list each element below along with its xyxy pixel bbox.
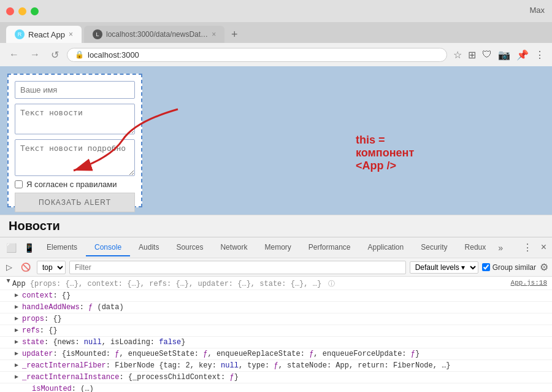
pin-icon[interactable]: 📌: [515, 48, 530, 62]
expand-icon-context[interactable]: ▶: [15, 291, 22, 299]
tab-redux[interactable]: Redux: [456, 239, 495, 256]
console-text-props: props: {}: [22, 315, 62, 323]
window-user: Max: [529, 6, 545, 15]
devtools-levels: Default levels ▾: [410, 261, 478, 274]
console-line-context[interactable]: ▶ context: {}: [0, 290, 552, 302]
devtools-clear-button[interactable]: 🚫: [18, 261, 33, 273]
console-text-reactInstance: _reactInternalInstance: {_processChildCo…: [22, 373, 239, 382]
tab-audits[interactable]: Audits: [130, 239, 167, 256]
tab-react-app[interactable]: R React App ×: [6, 26, 82, 43]
tab-favicon-react: R: [15, 29, 25, 39]
expand-icon-props[interactable]: ▶: [15, 315, 22, 322]
tab-performance[interactable]: Performance: [300, 239, 359, 256]
address-bar: ← → ↺ 🔒 localhost:3000 ☆ ⊞ 🛡 📷 📌 ⋮: [0, 43, 552, 66]
devtools-context-select[interactable]: top: [37, 261, 66, 274]
title-bar: Max: [0, 0, 552, 22]
tab-sources[interactable]: Sources: [167, 239, 212, 256]
console-text-state: state: {news: null, isLoading: false}: [22, 338, 185, 347]
name-input[interactable]: [15, 81, 135, 99]
console-line-isMounted[interactable]: isMounted: (…): [0, 383, 552, 392]
devtools-inspect-icon[interactable]: ⬜: [2, 242, 20, 254]
devtools-filter-input[interactable]: [69, 261, 406, 274]
tab-security[interactable]: Security: [412, 239, 456, 256]
menu-icon[interactable]: ⋮: [534, 48, 546, 62]
tab-close-localhost[interactable]: ×: [212, 30, 216, 39]
devtools-gear-icon[interactable]: ⚙: [540, 261, 548, 273]
tabs-bar: R React App × L localhost:3000/data/news…: [0, 22, 552, 43]
app-js-link-18[interactable]: App.js:18: [511, 279, 547, 286]
console-line-props[interactable]: ▶ props: {}: [0, 313, 552, 325]
devtools-device-icon[interactable]: 📱: [20, 242, 38, 254]
maximize-window-button[interactable]: [31, 7, 39, 15]
new-tab-button[interactable]: +: [224, 26, 244, 43]
tab-elements[interactable]: Elements: [38, 239, 86, 256]
reload-button[interactable]: ↺: [48, 48, 62, 62]
devtools-more-tabs[interactable]: »: [494, 240, 507, 255]
devtools-toolbar: ▷ 🚫 top Default levels ▾ Group similar ⚙: [0, 258, 552, 277]
lock-icon: 🔒: [75, 50, 84, 59]
expand-icon-reactInstance[interactable]: ▶: [15, 373, 22, 380]
capture-icon[interactable]: 📷: [497, 48, 512, 62]
console-line-reactFiber[interactable]: ▶ _reactInternalFiber: FiberNode {tag: 2…: [0, 360, 552, 372]
forward-button[interactable]: →: [27, 48, 43, 61]
expand-icon-refs[interactable]: ▶: [15, 326, 22, 334]
console-text-app: App {props: {…}, context: {…}, refs: {…}…: [12, 279, 335, 288]
tab-title-react: React App: [28, 30, 65, 39]
expand-icon-state[interactable]: ▶: [15, 338, 22, 345]
agree-label: Я согласен с правилами: [26, 180, 117, 189]
tab-network[interactable]: Network: [212, 239, 256, 256]
console-text-context: context: {}: [22, 291, 71, 300]
console-line-handleAddNews[interactable]: ▶ handleAddNews: ƒ (data): [0, 302, 552, 313]
group-similar-checkbox[interactable]: [482, 263, 490, 271]
console-content: ▶ App {props: {…}, context: {…}, refs: {…: [0, 277, 552, 392]
console-text-updater: updater: {isMounted: ƒ, enqueueSetState:…: [22, 350, 420, 358]
group-similar-row: Group similar: [482, 263, 536, 272]
tab-console[interactable]: Console: [86, 239, 130, 256]
console-line-state[interactable]: ▶ state: {news: null, isLoading: false}: [0, 337, 552, 348]
console-line-refs[interactable]: ▶ refs: {}: [0, 325, 552, 337]
console-text-handleAddNews: handleAddNews: ƒ (data): [22, 303, 124, 312]
devtools-actions: ⋮ ×: [519, 240, 550, 255]
agree-checkbox[interactable]: [15, 180, 23, 188]
expand-icon-updater[interactable]: ▶: [15, 350, 22, 357]
devtools-close-action[interactable]: ×: [538, 240, 550, 255]
show-alert-button[interactable]: ПОКАЗАТЬ ALERT: [15, 193, 135, 212]
bookmark-icon[interactable]: ☆: [452, 48, 463, 62]
address-field[interactable]: 🔒 localhost:3000: [67, 48, 447, 62]
annotation-arrow: [12, 103, 184, 177]
devtools-sidebar-button[interactable]: ▷: [4, 261, 15, 273]
tab-close-react[interactable]: ×: [69, 30, 73, 39]
extensions-icon[interactable]: ⊞: [467, 48, 477, 62]
console-line-updater[interactable]: ▶ updater: {isMounted: ƒ, enqueueSetStat…: [0, 348, 552, 360]
back-button[interactable]: ←: [6, 48, 22, 61]
page-content: Я согласен с правилами ПОКАЗАТЬ ALERT th…: [0, 66, 552, 215]
tab-localhost[interactable]: L localhost:3000/data/newsDat… ×: [84, 26, 224, 43]
console-text-refs: refs: {}: [22, 326, 58, 335]
tab-favicon-localhost: L: [93, 29, 102, 39]
browser-chrome: Max R React App × L localhost:3000/data/…: [0, 0, 552, 66]
console-line-app[interactable]: ▶ App {props: {…}, context: {…}, refs: {…: [0, 278, 552, 290]
minimize-window-button[interactable]: [18, 7, 26, 15]
devtools-panel: ⬜ 📱 Elements Console Audits Sources Netw…: [0, 237, 552, 392]
expand-icon-app[interactable]: ▶: [5, 279, 12, 286]
tab-title-localhost: localhost:3000/data/newsDat…: [106, 30, 208, 39]
shield-icon[interactable]: 🛡: [481, 48, 493, 61]
traffic-lights: [6, 7, 39, 15]
devtools-tabs: ⬜ 📱 Elements Console Audits Sources Netw…: [0, 237, 552, 258]
expand-icon-handleAddNews[interactable]: ▶: [15, 303, 22, 310]
console-text-isMounted: isMounted: (…): [32, 385, 94, 392]
checkbox-row: Я согласен с правилами: [15, 180, 135, 189]
expand-icon-reactFiber[interactable]: ▶: [15, 361, 22, 369]
devtools-settings-action[interactable]: ⋮: [519, 240, 535, 255]
close-window-button[interactable]: [6, 7, 14, 15]
group-similar-label: Group similar: [493, 263, 536, 272]
news-section: Новости: [0, 215, 552, 237]
browser-toolbar-icons: ☆ ⊞ 🛡 📷 📌 ⋮: [452, 48, 546, 62]
url-text: localhost:3000: [88, 50, 439, 60]
news-title: Новости: [9, 219, 60, 233]
devtools-levels-select[interactable]: Default levels ▾: [410, 261, 478, 274]
console-line-reactInstance[interactable]: ▶ _reactInternalInstance: {_processChild…: [0, 372, 552, 383]
console-text-reactFiber: _reactInternalFiber: FiberNode {tag: 2, …: [22, 361, 451, 370]
tab-application[interactable]: Application: [359, 239, 413, 256]
tab-memory[interactable]: Memory: [256, 239, 299, 256]
